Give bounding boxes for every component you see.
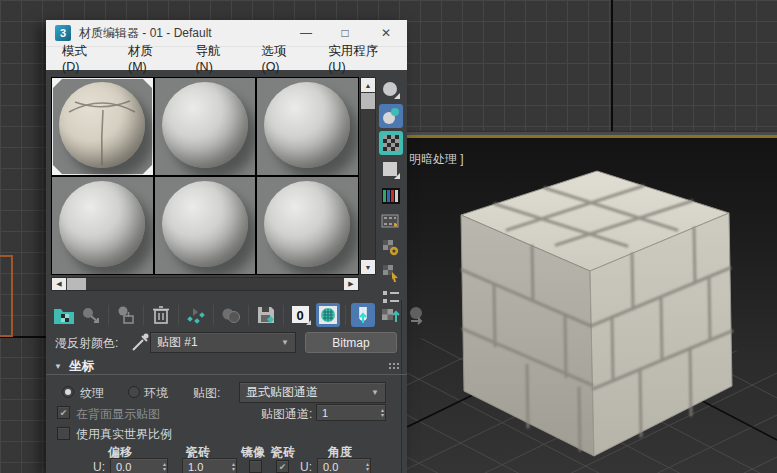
scroll-left-button[interactable]: ◀ (52, 278, 66, 290)
material-sphere (162, 82, 248, 168)
u-row-label: U: (93, 460, 105, 473)
window-title: 材质编辑器 - 01 - Default (79, 25, 212, 42)
go-to-parent-button[interactable] (378, 303, 402, 327)
map-mode-label: 贴图: (193, 385, 220, 402)
background-button[interactable] (379, 131, 403, 155)
map-channel-spinner[interactable]: 1 ▴▾ (316, 404, 386, 421)
u-angle-value: 0.0 (323, 461, 338, 473)
3dsmax-logo-icon: 3 (55, 25, 71, 41)
make-preview-icon[interactable] (379, 211, 403, 233)
rollout-collapse-icon[interactable]: ▼ (54, 362, 62, 371)
use-real-world-scale-checkbox[interactable] (57, 427, 70, 440)
sample-horizontal-scrollbar[interactable]: ◀ ▶ (51, 277, 359, 291)
eyedropper-icon[interactable] (130, 331, 152, 353)
assign-material-to-selection-button[interactable] (114, 303, 138, 327)
menu-utilities[interactable]: 实用程序(U) (316, 43, 407, 74)
show-shaded-material-in-viewport-button[interactable] (316, 303, 340, 327)
spinner-down-icon[interactable]: ▾ (366, 467, 369, 472)
sample-slot-5[interactable] (155, 177, 256, 274)
menu-navigation[interactable]: 导航(N) (183, 43, 249, 74)
textured-cube-object[interactable] (440, 150, 760, 470)
scroll-up-button[interactable]: ▲ (361, 78, 375, 92)
perspective-viewport[interactable]: 明暗处理 ] (407, 131, 777, 473)
material-options-icon[interactable] (379, 237, 403, 259)
select-by-material-icon[interactable] (379, 262, 403, 284)
spinner-down-icon[interactable]: ▾ (232, 467, 235, 472)
map-channel-label: 贴图通道: (261, 406, 312, 423)
map-channel-value: 1 (322, 407, 328, 419)
diffuse-color-label: 漫反射颜色: (55, 335, 118, 352)
rollout-title: 坐标 (69, 358, 94, 375)
make-unique-button[interactable] (219, 303, 243, 327)
menu-options[interactable]: 选项(O) (249, 43, 316, 74)
environment-radio-label: 环境 (144, 385, 168, 402)
u-tile-checkbox[interactable]: ✔ (276, 460, 289, 473)
check-icon: ✔ (279, 462, 287, 472)
material-sphere (162, 181, 248, 267)
reset-map-button[interactable] (149, 303, 173, 327)
sample-slot-3[interactable] (257, 78, 358, 175)
put-to-library-button[interactable] (254, 303, 278, 327)
sample-slot-2[interactable] (155, 78, 256, 175)
environment-radio[interactable] (128, 386, 140, 398)
texture-radio[interactable] (62, 386, 74, 398)
sample-vertical-scrollbar[interactable]: ▲ ▼ (360, 77, 376, 275)
material-id-channel-button[interactable]: 0 (289, 303, 313, 327)
sample-type-sphere-button[interactable] (379, 79, 403, 101)
u-tiling-value: 1.0 (188, 461, 203, 473)
use-real-world-scale-label: 使用真实世界比例 (76, 426, 172, 443)
texture-radio-label: 纹理 (80, 385, 104, 402)
angle-u-label: U: (300, 460, 312, 473)
u-angle-spinner[interactable]: 0.0 ▴▾ (317, 458, 371, 473)
material-sphere (264, 181, 350, 267)
map-name-value: 贴图 #1 (157, 334, 198, 351)
u-mirror-checkbox[interactable] (249, 460, 262, 473)
chevron-down-icon: ▼ (371, 388, 379, 397)
show-map-on-back-label: 在背面显示贴图 (76, 406, 160, 423)
desktop: 明暗处理 ] 3 材质编辑器 - 01 - Default — □ ✕ 模式(D… (0, 0, 777, 473)
check-icon: ✔ (60, 408, 68, 418)
get-material-button[interactable] (52, 303, 76, 327)
spinner-down-icon[interactable]: ▾ (163, 467, 166, 472)
sample-slot-1-selected[interactable] (52, 78, 153, 175)
sample-slot-palette (51, 77, 359, 275)
bitmap-type-button[interactable]: Bitmap (305, 332, 397, 353)
map-mode-dropdown[interactable]: 显式贴图通道 ▼ (239, 382, 386, 403)
chevron-down-icon: ▼ (281, 338, 289, 347)
sample-slot-4[interactable] (52, 177, 153, 274)
map-mode-value: 显式贴图通道 (246, 384, 318, 401)
tile-column-header: 瓷砖 (271, 444, 295, 461)
sample-slot-6[interactable] (257, 177, 358, 274)
sphere-seam-lines (59, 82, 145, 168)
make-material-copy-button[interactable] (184, 303, 208, 327)
viewport-shading-label[interactable]: 明暗处理 ] (409, 151, 464, 168)
video-color-check-icon[interactable] (379, 185, 403, 207)
coordinates-rollout-header[interactable]: ▼ 坐标 (46, 358, 407, 375)
put-material-to-scene-button[interactable] (79, 303, 103, 327)
show-end-result-button[interactable] (351, 303, 375, 327)
scroll-right-button[interactable]: ▶ (344, 278, 358, 290)
material-id-value: 0 (296, 308, 303, 323)
backlight-button[interactable] (379, 104, 403, 128)
material-editor-window: 3 材质编辑器 - 01 - Default — □ ✕ 模式(D) 材质(M)… (46, 20, 407, 473)
spinner-down-icon[interactable]: ▾ (381, 413, 384, 418)
menu-material[interactable]: 材质(M) (116, 43, 183, 74)
top-viewport-axis (611, 0, 613, 131)
menu-mode[interactable]: 模式(D) (50, 43, 116, 74)
map-name-dropdown[interactable]: 贴图 #1 ▼ (150, 332, 296, 353)
box-object-wireframe[interactable] (0, 255, 13, 337)
material-sphere (59, 181, 145, 267)
horizontal-scroll-thumb[interactable] (67, 278, 86, 290)
vertical-scroll-thumb[interactable] (361, 93, 375, 109)
scroll-down-button[interactable]: ▼ (361, 260, 375, 274)
material-sphere (264, 82, 350, 168)
perspective-viewport-body[interactable]: 明暗处理 ] (407, 138, 777, 473)
rollout-drag-handle[interactable] (388, 362, 401, 371)
mirror-column-header: 镜像 (241, 444, 265, 461)
u-offset-spinner[interactable]: 0.0 ▴▾ (110, 458, 168, 473)
u-offset-value: 0.0 (116, 461, 131, 473)
show-map-on-back-checkbox[interactable]: ✔ (57, 406, 70, 419)
u-tiling-spinner[interactable]: 1.0 ▴▾ (182, 458, 237, 473)
sample-uv-tiling-button[interactable] (379, 159, 403, 181)
go-forward-to-sibling-button[interactable] (405, 303, 429, 327)
